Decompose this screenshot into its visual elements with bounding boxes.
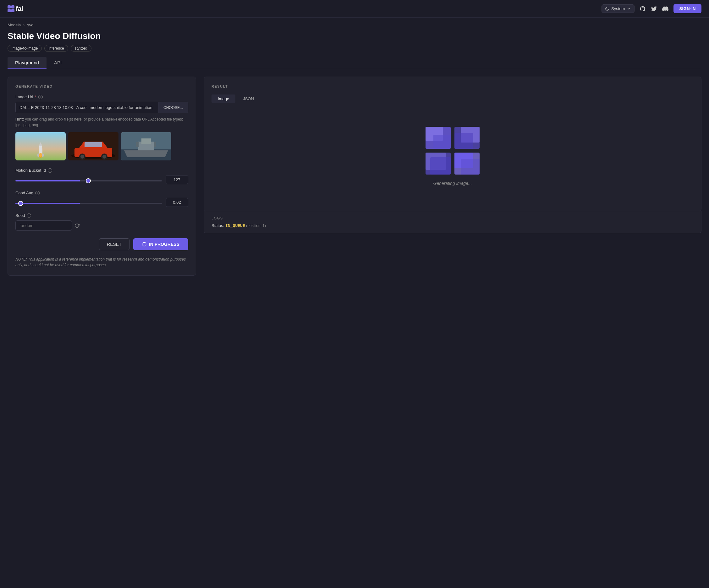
svg-point-4 [39,153,42,158]
result-panel: RESULT Image JSON [204,77,702,211]
breadcrumb-models[interactable]: Models [7,23,21,27]
github-icon[interactable] [639,6,646,12]
required-star: * [35,94,36,99]
svg-rect-27 [430,157,451,174]
cond-aug-value: 0.02 [166,198,188,207]
thumbnail-car[interactable] [68,132,119,161]
result-tab-image[interactable]: Image [211,94,235,103]
tabs-area: Playground API [0,57,709,69]
spinner-icon [142,242,147,247]
motion-bucket-info-icon[interactable]: i [48,168,52,173]
header-right: System SIGN-IN [602,4,702,13]
svg-point-10 [80,155,84,159]
motion-bucket-row: 127 [16,175,188,184]
svg-rect-30 [461,159,479,174]
reset-button[interactable]: RESET [99,238,130,250]
breadcrumb-area: Models › svd [0,18,709,29]
breadcrumb-current: svd [27,23,33,27]
twitter-icon[interactable] [651,6,657,12]
svg-rect-16 [141,138,151,144]
thumbnails [16,132,188,161]
status-label: Status: [211,223,224,228]
svg-rect-24 [454,133,473,149]
header-left: fal [7,5,23,13]
generating-area: Generating image... [211,109,693,203]
cond-aug-slider-wrap [16,200,162,205]
tag-stylized[interactable]: stylized [71,45,91,52]
refresh-icon [75,223,80,228]
status-value: IN_QUEUE [225,223,245,228]
theme-label: System [611,6,625,11]
main-content: GENERATE VIDEO Image Url * i CHOOSE... H… [0,69,709,283]
breadcrumb-sep: › [23,23,25,27]
discord-icon[interactable] [662,6,668,12]
motion-bucket-label: Motion Bucket Id i [16,168,188,173]
logo[interactable]: fal [7,5,23,13]
svg-rect-17 [136,142,139,147]
tag-image-to-image[interactable]: image-to-image [7,45,42,52]
page-title: Stable Video Diffusion [7,31,702,41]
cond-aug-slider[interactable] [16,203,162,204]
cond-aug-section: Cond Aug i 0.02 [16,191,188,207]
seed-input-row [16,220,188,231]
in-progress-label: IN PROGRESS [149,242,180,247]
result-tab-json[interactable]: JSON [237,94,260,103]
tab-api[interactable]: API [47,57,69,69]
logo-sq-2 [11,5,15,8]
chevron-down-icon [627,7,631,11]
cond-aug-info-icon[interactable]: i [35,191,40,195]
seed-label: Seed i [16,213,188,218]
logo-squares [7,5,15,12]
action-row: RESET IN PROGRESS [16,238,188,250]
log-status: Status: IN_QUEUE (position: 1) [211,223,693,228]
header: fal System SIGN-IN [0,0,709,18]
thumbnail-ship[interactable] [121,132,171,161]
url-input-row: CHOOSE... [16,102,188,113]
svg-rect-8 [84,142,102,147]
main-tabs: Playground API [7,57,702,69]
right-panel: RESULT Image JSON [204,77,702,233]
page-title-area: Stable Video Diffusion image-to-image in… [0,29,709,57]
rocket-svg [34,142,47,161]
seed-refresh-button[interactable] [75,223,80,228]
tag-inference[interactable]: inference [44,45,68,52]
seed-info-icon[interactable]: i [27,214,31,218]
generating-text: Generating image... [434,181,472,186]
sign-in-button[interactable]: SIGN-IN [674,4,702,13]
in-progress-button[interactable]: IN PROGRESS [133,238,188,250]
pixel-logo [425,127,479,174]
logs-label: LOGS [211,216,693,220]
choose-button[interactable]: CHOOSE... [158,102,188,113]
logs-panel: LOGS Status: IN_QUEUE (position: 1) [204,211,702,233]
pixel-block-4 [454,152,479,174]
image-url-group: Image Url * i CHOOSE... Hint: you can dr… [16,94,188,128]
motion-bucket-section: Motion Bucket Id i 127 [16,168,188,184]
svg-rect-18 [154,142,156,147]
logo-text: fal [16,5,23,13]
theme-selector[interactable]: System [602,4,634,13]
pixel-block-2 [454,127,479,149]
image-url-info-icon[interactable]: i [38,95,43,99]
generate-video-label: GENERATE VIDEO [16,84,188,88]
motion-bucket-slider[interactable] [16,180,162,181]
ship-image [121,132,171,161]
logo-sq-3 [7,9,11,12]
note-text: NOTE: This application is a reference im… [16,256,188,268]
rocket-image [16,132,66,161]
logo-sq-4 [11,9,15,12]
thumbnail-rocket[interactable] [16,132,66,161]
pixel-block-1 [425,127,451,149]
tab-playground[interactable]: Playground [7,57,47,69]
motion-bucket-slider-wrap [16,177,162,183]
image-url-input[interactable] [16,102,158,113]
ship-svg [121,132,171,161]
motion-bucket-value: 127 [166,175,188,184]
left-panel: GENERATE VIDEO Image Url * i CHOOSE... H… [7,77,196,276]
position-text: (position: 1) [246,224,266,228]
seed-input[interactable] [16,220,72,231]
result-label: RESULT [211,84,693,88]
hint-text: Hint: you can drag and drop file(s) here… [16,116,188,128]
result-tabs: Image JSON [211,94,693,103]
breadcrumb: Models › svd [7,23,702,27]
svg-rect-21 [434,135,451,149]
